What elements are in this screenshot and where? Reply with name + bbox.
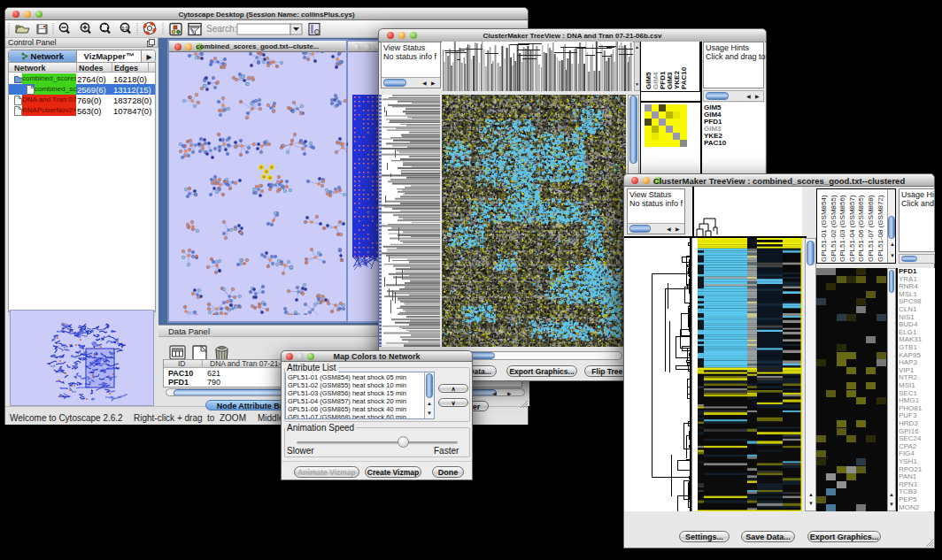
svg-text:Search:: Search:: [206, 24, 236, 34]
svg-text:1:1: 1:1: [121, 26, 127, 31]
